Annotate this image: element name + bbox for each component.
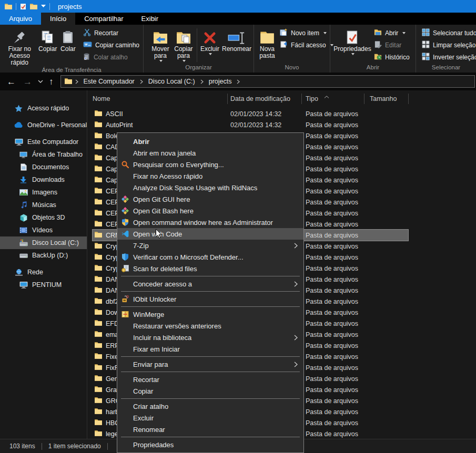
- rename-button[interactable]: Renomear: [221, 26, 252, 53]
- properties-quick-icon[interactable]: [20, 3, 26, 10]
- properties-button[interactable]: Propriedades: [335, 26, 370, 56]
- tab-arquivo[interactable]: Arquivo: [0, 13, 41, 25]
- folder-icon: [95, 308, 102, 316]
- context-menu: AbrirAbrir em nova janelaPesquisar com o…: [117, 132, 304, 453]
- sidebar-item[interactable]: Downloads: [0, 173, 87, 186]
- column-header-data[interactable]: Data de modificação: [230, 95, 290, 102]
- edit-button[interactable]: Editar: [371, 39, 412, 51]
- move-to-button[interactable]: Mover para: [149, 26, 172, 63]
- sidebar-item[interactable]: Disco Local (C:): [0, 236, 87, 249]
- back-button[interactable]: ←: [3, 77, 19, 86]
- context-menu-item[interactable]: Renomear: [117, 424, 303, 435]
- sidebar-item[interactable]: Objetos 3D: [0, 211, 87, 224]
- context-menu-item[interactable]: Enviar para: [117, 358, 303, 370]
- open-button[interactable]: Abrir: [371, 27, 412, 39]
- tab-compartilhar[interactable]: Compartilhar: [75, 13, 132, 25]
- context-menu-item[interactable]: Conceder acesso a: [117, 278, 303, 290]
- paste-button[interactable]: Colar: [58, 26, 78, 53]
- context-menu-item[interactable]: Open Git GUI here: [117, 193, 303, 205]
- this-pc-icon: [14, 138, 23, 146]
- tab-exibir[interactable]: Exibir: [133, 13, 168, 25]
- sidebar-item[interactable]: Rede: [0, 266, 87, 279]
- history-button[interactable]: Histórico: [371, 51, 412, 63]
- context-menu-item[interactable]: Open Git Bash here: [117, 205, 303, 217]
- copy-path-button[interactable]: Copiar caminho: [80, 39, 142, 51]
- file-type: Pasta de arquivos: [306, 174, 358, 186]
- clear-selection-button[interactable]: Limpar seleção: [419, 39, 476, 51]
- breadcrumb-segment[interactable]: Este Computador: [82, 78, 137, 85]
- cut-button[interactable]: Recortar: [80, 27, 142, 39]
- context-menu-item[interactable]: WinMerge: [117, 308, 303, 320]
- context-menu-item[interactable]: Analyze Disk Space Usage with RidNacs: [117, 182, 303, 193]
- invert-selection-button[interactable]: Inverter seleção: [419, 51, 476, 63]
- tab-inicio[interactable]: Início: [41, 13, 75, 25]
- context-menu-item[interactable]: Scan for deleted files: [117, 263, 303, 274]
- context-menu-item[interactable]: IObit Unlocker: [117, 293, 303, 305]
- select-all-label: Selecionar tudo: [433, 29, 476, 37]
- context-menu-item[interactable]: Restaurar versões anteriores: [117, 320, 303, 332]
- sidebar-item[interactable]: Este Computador: [0, 136, 87, 148]
- clear-selection-label: Limpar seleção: [433, 42, 475, 49]
- sidebar-item[interactable]: Documentos: [0, 161, 87, 173]
- new-folder-quick-icon[interactable]: [30, 3, 37, 9]
- breadcrumb-chevron-icon[interactable]: [139, 79, 144, 84]
- copy-to-button[interactable]: Copiar para: [172, 26, 195, 63]
- column-separator[interactable]: [227, 94, 228, 104]
- context-menu-item[interactable]: Abrir: [117, 136, 303, 147]
- pane-divider[interactable]: [87, 90, 87, 439]
- sidebar-item[interactable]: OneDrive - Personal: [0, 119, 87, 131]
- breadcrumb-chevron-icon[interactable]: [199, 79, 205, 84]
- column-header-tamanho[interactable]: Tamanho: [370, 95, 397, 102]
- sidebar-item[interactable]: Vídeos: [0, 224, 87, 236]
- context-menu-item[interactable]: Abrir em nova janela: [117, 147, 303, 159]
- explorer-folder-icon[interactable]: [5, 3, 12, 9]
- forward-button[interactable]: →: [19, 77, 36, 86]
- context-menu-item[interactable]: Propriedades: [117, 439, 303, 450]
- sidebar-item[interactable]: PENTIUM: [0, 279, 87, 291]
- paste-shortcut-button[interactable]: Colar atalho: [80, 51, 142, 63]
- breadcrumb-segment[interactable]: Disco Local (C:): [146, 78, 197, 85]
- context-menu-item[interactable]: Pesquisar com o Everything...: [117, 159, 303, 170]
- breadcrumb-segment[interactable]: projects: [207, 78, 234, 85]
- column-separator[interactable]: [301, 94, 302, 104]
- new-item-button[interactable]: Novo item: [277, 27, 336, 39]
- history-icon: [374, 53, 382, 62]
- sidebar-item[interactable]: BackUp (D:): [0, 249, 87, 262]
- quick-access-toolbar-dropdown-icon[interactable]: [41, 5, 46, 8]
- paste-shortcut-icon: [83, 53, 90, 62]
- select-all-button[interactable]: Selecionar tudo: [419, 27, 476, 39]
- column-separator[interactable]: [364, 94, 364, 104]
- column-header-tipo[interactable]: Tipo: [306, 95, 318, 102]
- videos-icon: [19, 226, 28, 234]
- context-menu-item[interactable]: Incluir na biblioteca: [117, 332, 303, 343]
- sidebar-item[interactable]: Imagens: [0, 186, 87, 199]
- up-button[interactable]: ↑: [45, 77, 57, 86]
- context-menu-item[interactable]: Criar atalho: [117, 400, 303, 412]
- context-menu-item-label: Recortar: [133, 376, 159, 384]
- sidebar-item[interactable]: Músicas: [0, 199, 87, 211]
- context-menu-item[interactable]: Recortar: [117, 374, 303, 385]
- delete-button[interactable]: Excluir: [199, 26, 221, 56]
- new-folder-icon: [259, 27, 275, 46]
- breadcrumb-chevron-icon[interactable]: [236, 79, 241, 84]
- context-menu-item[interactable]: Fixar no Acesso rápido: [117, 170, 303, 182]
- context-menu-item[interactable]: Fixar em Iniciar: [117, 343, 303, 355]
- context-menu-item[interactable]: 7-Zip: [117, 240, 303, 251]
- file-row[interactable]: AutoPrint02/01/2023 14:32Pasta de arquiv…: [93, 119, 408, 130]
- recent-locations-dropdown-icon[interactable]: [36, 80, 45, 83]
- address-input[interactable]: Este Computador Disco Local (C:) project…: [60, 75, 475, 88]
- context-menu-item[interactable]: Excluir: [117, 412, 303, 424]
- new-folder-button[interactable]: Nova pasta: [258, 26, 276, 60]
- file-row[interactable]: ASCII02/01/2023 14:32Pasta de arquivos: [93, 108, 408, 119]
- copy-button[interactable]: Copiar: [37, 26, 58, 53]
- context-menu-item[interactable]: Open command window here as Administrato…: [117, 217, 303, 228]
- context-menu-item[interactable]: Verificar com o Microsoft Defender...: [117, 251, 303, 263]
- pin-quick-access-button[interactable]: Fixar no Acesso rápido: [2, 26, 37, 67]
- easy-access-button[interactable]: Fácil acesso: [277, 39, 336, 51]
- context-menu-item[interactable]: Open with Code: [117, 228, 303, 240]
- column-header-nome[interactable]: Nome: [93, 95, 110, 102]
- column-separator[interactable]: [408, 94, 409, 104]
- sidebar-item[interactable]: Acesso rápido: [0, 102, 87, 115]
- sidebar-item[interactable]: Área de Trabalho: [0, 148, 87, 161]
- context-menu-item[interactable]: Copiar: [117, 385, 303, 397]
